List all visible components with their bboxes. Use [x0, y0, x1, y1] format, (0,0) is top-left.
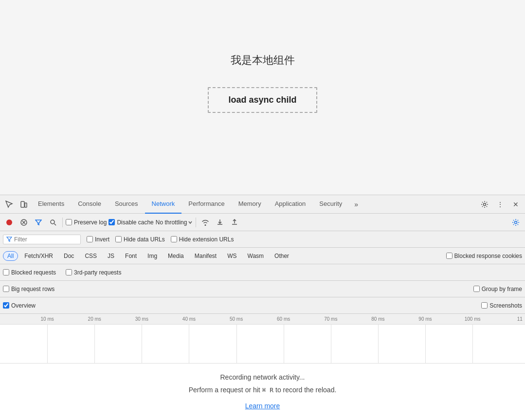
devtools-tab-bar: Elements Console Sources Network Perform…: [0, 195, 525, 214]
type-media-btn[interactable]: Media: [163, 251, 188, 261]
filter-input-wrap[interactable]: [3, 235, 81, 244]
tick-30ms: 30 ms: [135, 316, 148, 322]
tick-10ms: 10 ms: [40, 316, 54, 322]
settings-gear-btn[interactable]: [477, 197, 492, 212]
tick-70ms: 70 ms: [324, 316, 337, 322]
network-empty-state: Recording network activity... Perform a …: [0, 364, 525, 420]
inspect-icon-btn[interactable]: [2, 197, 17, 212]
blocked-requests-label[interactable]: Blocked requests: [3, 269, 56, 276]
hint-text: Perform a request or hit ⌘ R to record t…: [189, 386, 337, 394]
screenshots-checkbox[interactable]: [481, 302, 488, 309]
tick-60ms: 60 ms: [277, 316, 290, 322]
toolbar-divider-2: [196, 218, 196, 227]
options-row-1: Blocked requests 3rd-party requests: [0, 264, 525, 281]
blocked-requests-checkbox[interactable]: [3, 269, 9, 275]
hide-data-urls-label[interactable]: Hide data URLs: [115, 236, 165, 243]
group-by-frame-checkbox[interactable]: [473, 286, 480, 292]
svg-point-3: [6, 219, 12, 225]
third-party-label[interactable]: 3rd-party requests: [66, 269, 121, 276]
big-rows-checkbox[interactable]: [3, 286, 9, 292]
type-ws-btn[interactable]: WS: [223, 251, 241, 261]
preserve-log-label[interactable]: Preserve log: [66, 219, 107, 226]
type-fetch-xhr-btn[interactable]: Fetch/XHR: [20, 251, 57, 261]
disable-cache-checkbox[interactable]: [109, 219, 115, 225]
options-row-3: Overview Screenshots: [0, 297, 525, 314]
filter-btn[interactable]: [32, 216, 45, 229]
svg-rect-1: [25, 203, 27, 207]
tick-40ms: 40 ms: [182, 316, 196, 322]
disable-cache-label[interactable]: Disable cache: [109, 219, 153, 226]
network-settings-btn[interactable]: [509, 216, 522, 229]
tab-console[interactable]: Console: [71, 195, 108, 214]
group-by-frame-label[interactable]: Group by frame: [473, 286, 522, 292]
type-doc-btn[interactable]: Doc: [59, 251, 78, 261]
type-font-btn[interactable]: Font: [121, 251, 141, 261]
type-filter-row: All Fetch/XHR Doc CSS JS Font Img Media …: [0, 248, 525, 264]
more-tabs-btn[interactable]: »: [349, 197, 363, 212]
svg-point-7: [51, 220, 54, 224]
load-async-button[interactable]: load async child: [208, 87, 317, 113]
type-css-btn[interactable]: CSS: [80, 251, 101, 261]
timeline-header: 10 ms 20 ms 30 ms 40 ms 50 ms 60 ms 70 m…: [0, 314, 525, 325]
invert-check-label[interactable]: Invert: [87, 236, 109, 243]
tick-20ms: 20 ms: [88, 316, 101, 322]
page-title: 我是本地组件: [231, 53, 295, 68]
tab-elements[interactable]: Elements: [31, 195, 71, 214]
filter-row: Invert Hide data URLs Hide extension URL…: [0, 231, 525, 248]
timeline-ticks: 10 ms 20 ms 30 ms 40 ms 50 ms 60 ms 70 m…: [0, 314, 525, 324]
record-stop-btn[interactable]: [3, 216, 16, 229]
type-other-btn[interactable]: Other: [270, 251, 293, 261]
tab-performance[interactable]: Performance: [181, 195, 231, 214]
third-party-checkbox[interactable]: [66, 269, 72, 275]
learn-more-anchor[interactable]: Learn more: [245, 402, 280, 410]
tab-sources[interactable]: Sources: [108, 195, 145, 214]
tab-application[interactable]: Application: [268, 195, 313, 214]
keyboard-shortcut: ⌘ R: [262, 386, 273, 394]
overview-checkbox[interactable]: [3, 302, 9, 309]
clear-btn[interactable]: [18, 216, 30, 229]
export-btn[interactable]: [228, 216, 241, 229]
invert-checkbox[interactable]: [87, 236, 93, 242]
filter-input[interactable]: [14, 236, 72, 243]
search-btn[interactable]: [47, 216, 59, 229]
svg-point-9: [515, 221, 517, 223]
blocked-cookies-checkbox[interactable]: [446, 253, 453, 259]
recording-text: Recording network activity...: [220, 373, 305, 381]
close-devtools-btn[interactable]: ✕: [508, 197, 523, 212]
tab-security[interactable]: Security: [312, 195, 349, 214]
tick-90ms: 90 ms: [418, 316, 432, 322]
filter-icon: [6, 237, 12, 242]
hide-extension-urls-checkbox[interactable]: [171, 236, 177, 242]
tick-110ms: 11: [517, 316, 523, 322]
screenshots-label[interactable]: Screenshots: [481, 302, 522, 309]
hide-extension-urls-label[interactable]: Hide extension URLs: [171, 236, 234, 243]
customize-btn[interactable]: ⋮: [493, 197, 507, 212]
import-btn[interactable]: [214, 216, 226, 229]
device-toolbar-btn[interactable]: [17, 197, 31, 212]
options-row-2: Big request rows Group by frame: [0, 281, 525, 297]
tab-network[interactable]: Network: [145, 195, 182, 214]
online-status-btn[interactable]: [199, 216, 212, 229]
network-toolbar: Preserve log Disable cache No throttling: [0, 214, 525, 231]
type-js-btn[interactable]: JS: [103, 251, 119, 261]
throttle-select[interactable]: No throttling: [156, 219, 193, 226]
tab-memory[interactable]: Memory: [232, 195, 268, 214]
type-wasm-btn[interactable]: Wasm: [243, 251, 269, 261]
page-content: 我是本地组件 load async child: [0, 0, 525, 195]
blocked-cookies-label[interactable]: Blocked response cookies: [446, 253, 522, 259]
svg-line-8: [54, 223, 56, 225]
preserve-log-checkbox[interactable]: [66, 219, 72, 225]
big-rows-label[interactable]: Big request rows: [3, 286, 54, 292]
learn-more-link[interactable]: Learn more: [245, 402, 280, 410]
tick-80ms: 80 ms: [371, 316, 384, 322]
type-all-btn[interactable]: All: [3, 251, 18, 261]
devtools-panel: Elements Console Sources Network Perform…: [0, 195, 525, 420]
type-manifest-btn[interactable]: Manifest: [190, 251, 221, 261]
timeline-chart[interactable]: [0, 325, 525, 364]
toolbar-divider-1: [62, 218, 63, 227]
overview-label[interactable]: Overview: [3, 302, 36, 309]
tick-50ms: 50 ms: [230, 316, 243, 322]
tick-100ms: 100 ms: [465, 316, 481, 322]
hide-data-urls-checkbox[interactable]: [115, 236, 122, 242]
type-img-btn[interactable]: Img: [143, 251, 162, 261]
